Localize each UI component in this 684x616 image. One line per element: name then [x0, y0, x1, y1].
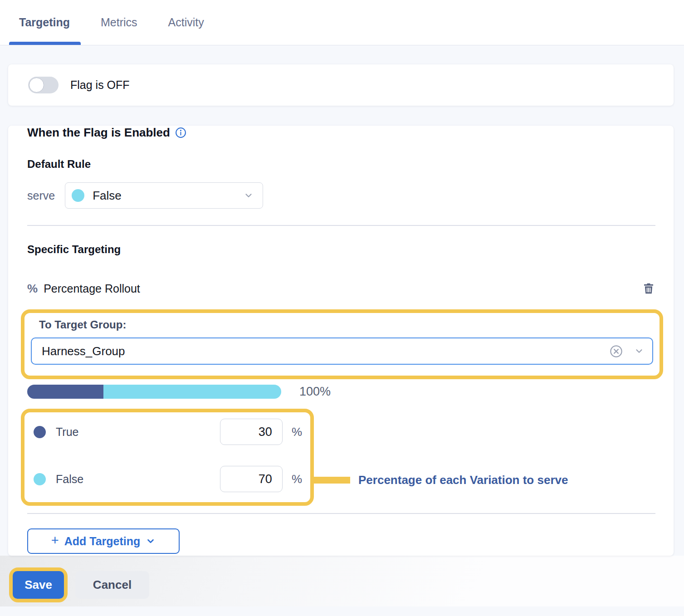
enabled-section-title-text: When the Flag is Enabled — [27, 126, 170, 140]
tab-targeting[interactable]: Targeting — [18, 0, 71, 45]
false-variation-dot — [34, 473, 46, 485]
default-variation-select[interactable]: False — [65, 182, 263, 209]
serve-label: serve — [27, 189, 55, 202]
action-footer: Save Cancel — [0, 556, 684, 606]
target-group-select[interactable]: Harness_Group — [31, 337, 653, 365]
percent-unit: % — [292, 472, 302, 486]
false-percent-input[interactable] — [220, 466, 283, 492]
weight-segment-true — [27, 385, 103, 399]
percent-unit: % — [292, 425, 302, 439]
target-group-highlight-box: To Target Group: Harness_Group — [21, 309, 663, 379]
weight-segment-false — [103, 385, 281, 399]
false-variation-name: False — [56, 473, 83, 486]
annotation-connector-line — [314, 477, 350, 484]
target-group-value: Harness_Group — [42, 344, 609, 358]
true-percent-input[interactable] — [220, 419, 283, 445]
section-divider — [27, 225, 655, 226]
cancel-button[interactable]: Cancel — [75, 571, 149, 599]
rollout-title: Percentage Rollout — [44, 282, 140, 295]
flag-toggle-knob — [29, 78, 44, 93]
tab-metrics[interactable]: Metrics — [100, 0, 138, 45]
info-icon[interactable] — [175, 127, 186, 138]
specific-targeting-heading: Specific Targeting — [27, 243, 674, 256]
percent-icon: % — [27, 282, 38, 296]
tab-targeting-label: Targeting — [19, 16, 70, 29]
save-highlight-box: Save — [9, 567, 68, 602]
default-rule-heading: Default Rule — [27, 158, 674, 171]
flag-status-label: Flag is OFF — [70, 78, 130, 92]
chevron-down-icon — [146, 536, 156, 546]
true-variation-dot — [34, 426, 46, 438]
target-group-label: To Target Group: — [39, 318, 653, 331]
targeting-card: When the Flag is Enabled Default Rule se… — [8, 126, 674, 556]
variation-color-dot — [72, 189, 84, 202]
chevron-down-icon — [634, 346, 644, 356]
variations-highlight-box: True % False % — [21, 409, 314, 506]
annotation-text: Percentage of each Variation to serve — [358, 473, 568, 487]
active-tab-underline — [9, 42, 81, 45]
default-variation-value: False — [93, 189, 235, 203]
add-targeting-label: Add Targeting — [64, 535, 141, 548]
clear-selection-icon[interactable] — [609, 344, 623, 358]
flag-status-card: Flag is OFF — [8, 64, 674, 106]
true-variation-name: True — [56, 425, 78, 439]
tab-activity[interactable]: Activity — [167, 0, 205, 45]
flag-toggle[interactable] — [28, 77, 59, 93]
delete-rollout-icon[interactable] — [642, 281, 655, 296]
tab-metrics-label: Metrics — [101, 16, 137, 29]
tab-bar: Targeting Metrics Activity — [0, 0, 684, 45]
chevron-down-icon — [244, 191, 254, 200]
plus-icon: + — [51, 533, 59, 548]
default-rule-serve-row: serve False — [27, 182, 674, 209]
add-targeting-button[interactable]: + Add Targeting — [27, 528, 180, 554]
rollout-weight-bar — [27, 385, 281, 399]
variation-row-false: False % — [29, 466, 304, 492]
tab-activity-label: Activity — [168, 16, 204, 29]
enabled-section-title: When the Flag is Enabled — [27, 126, 674, 140]
variation-annotation: Percentage of each Variation to serve — [314, 473, 568, 487]
section-divider — [27, 513, 655, 514]
save-button[interactable]: Save — [13, 571, 64, 599]
total-percent-label: 100% — [299, 385, 331, 399]
rollout-weight-row: 100% — [27, 385, 674, 399]
variation-row-true: True % — [29, 419, 304, 445]
rollout-header: % Percentage Rollout — [27, 281, 655, 296]
